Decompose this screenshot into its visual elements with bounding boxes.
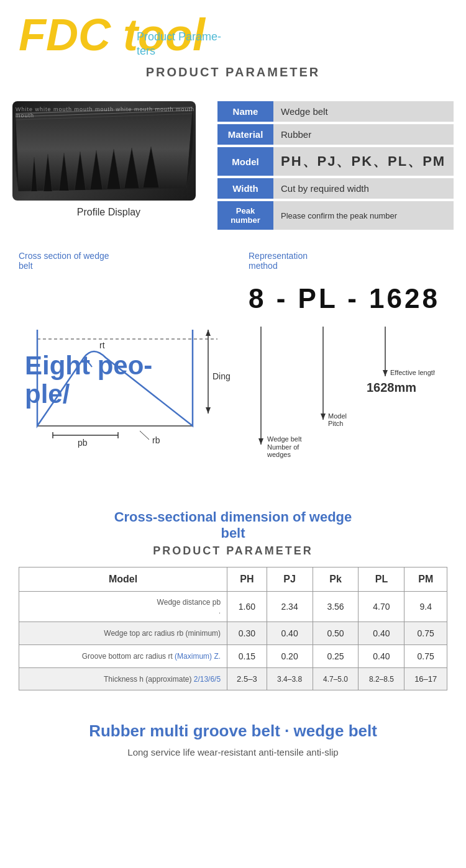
svg-text:1628mm: 1628mm [367,381,416,394]
product-image: White white mouth mouth mouth white mout… [12,101,205,218]
cross-section-title: Cross section of wedgebelt [19,251,230,271]
cell-ph: 0.30 [227,622,267,645]
table-row: Wedge distance pb. 1.60 2.34 3.56 4.70 9… [19,592,447,622]
cell-ph: 2.5–3 [227,668,267,690]
col-header-ph: PH [227,567,267,592]
cell-pj: 3.4–3.8 [267,668,313,690]
param-val-name: Wedge belt [273,101,454,122]
product-param-2: PRODUCT PARAMETER [19,545,447,558]
col-header-pl: PL [359,567,404,592]
param-table: Name Wedge belt Material Rubber Model PH… [217,101,454,232]
cell-pj: 0.40 [267,622,313,645]
cell-ph: 0.15 [227,645,267,668]
svg-marker-6 [206,330,211,336]
footer-section: Rubber multi groove belt · wedge belt Lo… [0,703,466,770]
subtitle-overlay: Product Parame- ters [137,30,221,59]
col-header-model: Model [19,567,227,592]
param-key-name: Name [217,101,273,122]
param-val-model: PH、PJ、PK、PL、PM [273,147,454,176]
row-label: Thickness h (approximate) 2/13/6/5 [19,668,227,690]
svg-line-14 [140,431,149,440]
svg-marker-21 [321,414,326,420]
param-row-model: Model PH、PJ、PK、PL、PM [217,147,454,176]
row-label: Wedge distance pb. [19,592,227,622]
subtitle-line1: Product Parame- [137,30,221,44]
svg-text:Ding: Ding [212,371,230,381]
svg-text:Wedge belt: Wedge belt [267,435,301,443]
cell-pk: 0.25 [313,645,359,668]
param-key-width: Width [217,178,273,199]
svg-text:wedges: wedges [267,451,291,458]
col-header-pm: PM [404,567,447,592]
svg-marker-16 [258,438,263,445]
footer-subtitle: Long service life wear-resistant anti-te… [19,747,447,757]
param-key-model: Model [217,147,273,176]
svg-text:Effective length: Effective length [390,369,435,376]
table-row: Thickness h (approximate) 2/13/6/5 2.5–3… [19,668,447,690]
param-row-peak: Peaknumber Please confirm the peak numbe… [217,201,454,230]
svg-text:Pitch: Pitch [328,420,343,427]
profile-label: Profile Display [12,207,205,218]
cell-pm: 0.75 [404,645,447,668]
cell-pl: 4.70 [359,592,404,622]
belt-overlay-text: White white mouth mouth mouth white mout… [16,106,196,119]
param-val-width: Cut by required width [273,178,454,199]
svg-text:rt: rt [99,340,105,350]
param-row-name: Name Wedge belt [217,101,454,122]
cell-pl: 0.40 [359,622,404,645]
cell-ph: 1.60 [227,592,267,622]
param-val-peak: Please confirm the peak number [273,201,454,230]
col-header-pj: PJ [267,567,313,592]
rep-arrows-svg: Wedge belt Number of wedges Model Pitch … [249,320,435,482]
svg-text:Number of: Number of [267,443,299,451]
dimension-section: Cross-sectional dimension of wedgebelt P… [0,497,466,703]
cross-section-svg: rt Ding pb rb [19,277,230,457]
svg-text:rb: rb [152,435,160,445]
svg-text:Model: Model [328,412,347,420]
param-val-material: Rubber [273,124,454,145]
diagram-section: Cross section of wedgebelt Eight peo-ple… [0,238,466,497]
cell-pm: 0.75 [404,622,447,645]
cell-pm: 16–17 [404,668,447,690]
param-row-material: Material Rubber [217,124,454,145]
svg-text:pb: pb [78,438,88,448]
cell-pk: 3.56 [313,592,359,622]
cell-pj: 0.20 [267,645,313,668]
footer-title: Rubber multi groove belt · wedge belt [19,721,447,741]
table-row: Groove bottom arc radius rt (Maximum) Z.… [19,645,447,668]
data-table: Model PH PJ Pk PL PM Wedge distance pb. … [19,567,447,690]
cross-section: Cross section of wedgebelt Eight peo-ple… [19,251,230,484]
cell-pm: 9.4 [404,592,447,622]
param-key-peak: Peaknumber [217,201,273,230]
header: FDC tool Product Parame- ters PRODUCT PA… [0,0,466,95]
product-param-label: PRODUCT PARAMETER [19,65,447,79]
table-row: Wedge top arc radius rb (minimum) 0.30 0… [19,622,447,645]
cell-pk: 4.7–5.0 [313,668,359,690]
product-section: White white mouth mouth mouth white mout… [0,95,466,238]
cell-pj: 2.34 [267,592,313,622]
subtitle-line2: ters [137,44,221,58]
svg-marker-5 [206,407,211,414]
cell-pk: 0.50 [313,622,359,645]
row-label: Groove bottom arc radius rt (Maximum) Z. [19,645,227,668]
representation-title: Representationmethod [249,251,447,271]
dimension-title: Cross-sectional dimension of wedgebelt [19,509,447,541]
param-row-width: Width Cut by required width [217,178,454,199]
param-key-material: Material [217,124,273,145]
cell-pl: 0.40 [359,645,404,668]
col-header-pk: Pk [313,567,359,592]
svg-marker-25 [383,370,388,376]
row-label: Wedge top arc radius rb (minimum) [19,622,227,645]
belt-image: White white mouth mouth mouth white mout… [12,101,196,201]
representation: Representationmethod 8 - PL - 1628 Wedge… [249,251,447,484]
cross-section-diagram: Eight peo-ple/ rt Ding [19,277,230,457]
rep-code: 8 - PL - 1628 [249,283,447,314]
cell-pl: 8.2–8.5 [359,668,404,690]
